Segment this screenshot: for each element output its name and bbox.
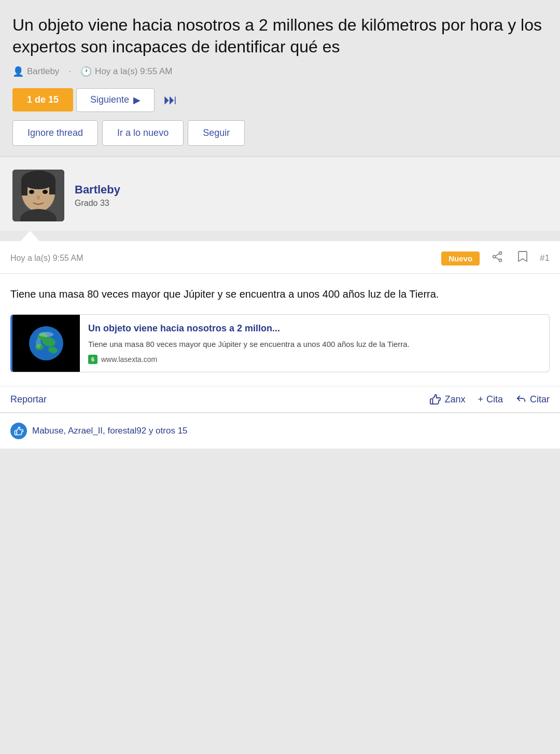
share-button[interactable] — [489, 248, 506, 268]
seguir-button[interactable]: Seguir — [188, 120, 245, 146]
link-preview-content: Un objeto viene hacia nosotros a 2 millo… — [80, 315, 418, 372]
share-icon — [491, 250, 503, 263]
cita-icon: + — [478, 394, 483, 405]
source-url: www.lasexta.com — [101, 355, 157, 364]
post-actions-right: Nuevo #1 — [441, 248, 550, 268]
svg-point-10 — [499, 252, 502, 255]
ir-nuevo-button[interactable]: Ir a lo nuevo — [102, 120, 184, 146]
svg-point-8 — [37, 196, 40, 200]
svg-point-7 — [43, 190, 48, 194]
svg-point-21 — [36, 338, 41, 348]
badge-nuevo: Nuevo — [441, 252, 480, 266]
post-top-bar: Hoy a la(s) 9:55 AM Nuevo #1 — [0, 241, 560, 274]
post-number: #1 — [540, 253, 550, 263]
clock-icon: 🕐 — [80, 66, 92, 77]
post-text: Tiene una masa 80 veces mayor que Júpite… — [10, 286, 550, 302]
thread-header: Un objeto viene hacia nosotros a 2 millo… — [0, 0, 560, 156]
siguiente-label: Siguiente — [90, 94, 129, 105]
ignore-thread-button[interactable]: Ignore thread — [12, 120, 98, 146]
chevron-right-icon: ▶ — [133, 94, 141, 106]
thread-title: Un objeto viene hacia nosotros a 2 millo… — [12, 15, 548, 58]
thread-meta: 👤 Bartleby · 🕐 Hoy a la(s) 9:55 AM — [12, 66, 548, 77]
svg-line-14 — [495, 257, 499, 259]
svg-point-6 — [29, 190, 34, 194]
post-body: Tiene una masa 80 veces mayor que Júpite… — [0, 274, 560, 386]
user-icon: 👤 — [12, 66, 24, 77]
pagination-row: 1 de 15 Siguiente ▶ ⏭ — [12, 88, 548, 112]
thumbs-up-reaction-icon — [14, 426, 23, 436]
avatar-image — [12, 170, 64, 221]
citar-button[interactable]: Citar — [515, 394, 550, 405]
svg-rect-5 — [49, 180, 55, 194]
post-footer: Reportar Zanx + Cita Citar — [0, 386, 560, 412]
fast-forward-button[interactable]: ⏭ — [160, 88, 181, 112]
siguiente-button[interactable]: Siguiente ▶ — [76, 88, 155, 112]
svg-point-11 — [493, 256, 496, 258]
zanx-label: Zanx — [444, 394, 465, 405]
link-preview-card[interactable]: Un objeto viene hacia nosotros a 2 millo… — [10, 314, 550, 372]
avatar — [12, 170, 64, 221]
svg-point-20 — [39, 332, 53, 337]
post-footer-right: Zanx + Cita Citar — [429, 394, 550, 405]
reportar-button[interactable]: Reportar — [10, 394, 47, 405]
time-meta: 🕐 Hoy a la(s) 9:55 AM — [80, 66, 172, 77]
citar-label: Citar — [530, 394, 550, 405]
thread-time: Hoy a la(s) 9:55 AM — [95, 66, 172, 77]
author-meta: 👤 Bartleby — [12, 66, 59, 77]
post-pointer — [21, 231, 39, 241]
zanx-button[interactable]: Zanx — [429, 394, 465, 405]
link-preview-source: 6 www.lasexta.com — [88, 355, 410, 364]
source-favicon: 6 — [88, 355, 97, 364]
author-info: Bartleby Grado 33 — [75, 183, 120, 208]
reaction-thumb-icon — [10, 423, 27, 439]
bookmark-button[interactable] — [515, 248, 530, 268]
link-preview-thumbnail — [12, 315, 80, 372]
svg-line-13 — [495, 254, 499, 256]
svg-point-12 — [499, 259, 502, 262]
reactions-text: Mabuse, Azrael_II, forestal92 y otros 15 — [32, 426, 188, 436]
author-grade: Grado 33 — [75, 199, 120, 208]
author-card: Bartleby Grado 33 — [0, 156, 560, 231]
cita-button[interactable]: + Cita — [478, 394, 503, 405]
svg-rect-4 — [21, 180, 27, 196]
link-preview-description: Tiene una masa 80 veces mayor que Júpite… — [88, 339, 410, 350]
link-preview-title: Un objeto viene hacia nosotros a 2 millo… — [88, 323, 410, 334]
reactions-bar[interactable]: Mabuse, Azrael_II, forestal92 y otros 15 — [0, 412, 560, 449]
author-name[interactable]: Bartleby — [75, 183, 120, 197]
page-badge: 1 de 15 — [12, 88, 73, 111]
post-area: Hoy a la(s) 9:55 AM Nuevo #1 Tiene — [0, 241, 560, 412]
bookmark-icon — [517, 250, 528, 263]
reply-icon — [515, 394, 527, 404]
earth-icon — [28, 325, 64, 361]
cita-label: Cita — [486, 394, 503, 405]
fast-forward-icon: ⏭ — [164, 92, 177, 107]
author-meta-name: Bartleby — [27, 66, 59, 77]
post-time: Hoy a la(s) 9:55 AM — [10, 254, 83, 263]
action-row: Ignore thread Ir a lo nuevo Seguir — [12, 120, 548, 146]
thumbs-up-icon — [429, 394, 441, 405]
